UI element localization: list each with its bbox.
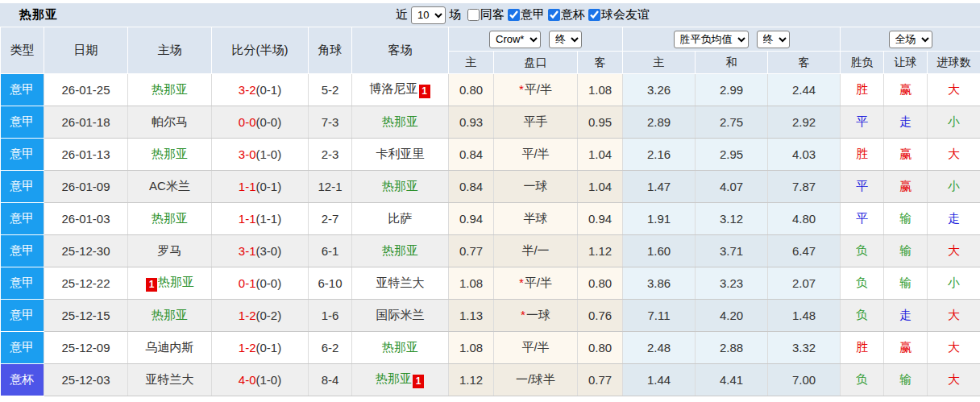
full-time-score: 4-0 [239, 373, 256, 387]
odds-company-select[interactable]: Crow* [489, 31, 541, 48]
odds-time-select[interactable]: 终 [549, 31, 582, 48]
odds-handicap: 平手 [494, 106, 578, 139]
checkbox-label-serie-a: 意甲 [521, 7, 545, 23]
match-row: 意甲26-01-03热那亚1-1(1-1)2-7比萨0.94半球0.941.91… [1, 203, 980, 235]
full-time-score: 1-2 [239, 341, 256, 354]
score-cell: 0-0(0-0) [212, 106, 309, 139]
result-goals: 大 [928, 332, 980, 364]
avg-home: 2.89 [623, 106, 696, 139]
full-time-score: 1-1 [239, 212, 256, 226]
away-team-cell: 热那亚 [352, 235, 449, 267]
avg-time-select[interactable]: 终 [757, 31, 790, 48]
home-team-cell: 热那亚 [128, 203, 212, 235]
table-header: 类型 日期 主场 比分(半场) 角球 客场 Crow* 终 [1, 27, 980, 74]
col-header-date: 日期 [44, 27, 128, 74]
result-wdl: 胜 [841, 332, 884, 364]
full-time-score: 3-0 [239, 147, 256, 161]
team-name: 热那亚 [152, 147, 188, 160]
odds-home: 1.12 [449, 364, 494, 396]
checkbox-same-away[interactable] [467, 9, 480, 21]
avg-away: 7.87 [768, 171, 841, 203]
avg-draw: 3.71 [696, 235, 768, 267]
team-title: 热那亚 [0, 7, 58, 23]
odds-handicap: *平/半 [494, 74, 578, 106]
half-time-score: (0-0) [256, 276, 282, 290]
match-date: 25-12-15 [44, 300, 128, 332]
home-team-cell: 罗马 [128, 235, 212, 267]
avg-home: 1.47 [623, 171, 696, 203]
avg-stat-select[interactable]: 胜平负均值 [674, 31, 749, 48]
filter-coppa-italia[interactable]: 意杯 [548, 7, 585, 23]
odds-away: 0.76 [578, 300, 623, 332]
handicap-text: 一球 [526, 308, 550, 321]
recent-suffix-label: 场 [449, 7, 461, 23]
checkbox-label-coppa-italia: 意杯 [561, 7, 585, 23]
result-goals: 小 [928, 106, 980, 139]
avg-draw: 4.41 [696, 364, 768, 396]
team-name: 热那亚 [152, 82, 188, 96]
avg-away: 3.32 [768, 332, 841, 364]
corner-cell: 5-2 [309, 74, 352, 106]
result-wdl: 负 [841, 364, 884, 396]
corner-cell: 1-6 [309, 300, 352, 332]
odds-home: 0.84 [449, 171, 494, 203]
team-name: 罗马 [158, 243, 182, 257]
col-header-type: 类型 [1, 27, 44, 74]
odds-away: 0.80 [578, 332, 623, 364]
table-footer: 近10场,胜3平3负4, 胜率:30% 赢率:40% 大:60% 单率:50% [1, 396, 980, 402]
avg-draw: 4.20 [696, 300, 768, 332]
subcol-avg-away: 客 [768, 52, 841, 74]
odds-home: 0.80 [449, 74, 494, 106]
match-history-panel: 热那亚 近 10 场 同客意甲意杯球会友谊 类型 日期 主场 比分(半场) 角球 [0, 0, 980, 402]
filter-serie-a[interactable]: 意甲 [508, 7, 545, 23]
home-team-cell: AC米兰 [128, 171, 212, 203]
league-badge: 意甲 [1, 235, 44, 267]
away-team-cell: 热那亚1 [352, 364, 449, 396]
checkbox-coppa-italia[interactable] [548, 9, 560, 21]
filter-same-away[interactable]: 同客 [467, 7, 505, 23]
score-cell: 1-2(0-1) [212, 332, 309, 364]
avg-draw: 3.23 [696, 267, 768, 300]
full-time-score: 1-1 [239, 180, 256, 193]
full-time-score: 0-0 [239, 115, 256, 129]
checkbox-serie-a[interactable] [508, 9, 520, 21]
away-team-cell: 热那亚 [352, 332, 449, 364]
match-row: 意甲25-12-221热那亚0-1(0-0)6-10亚特兰大1.08*平/半0.… [1, 267, 980, 300]
half-time-score: (0-2) [256, 309, 282, 322]
match-row: 意甲25-12-30罗马3-1(3-0)6-1热那亚0.77半/一1.121.6… [1, 235, 980, 267]
team-name: 帕尔马 [152, 114, 188, 128]
checkbox-club-friendly[interactable] [588, 9, 600, 21]
away-team-cell: 亚特兰大 [352, 267, 449, 300]
col-header-away: 客场 [352, 27, 449, 74]
handicap-text: 平/半 [525, 82, 552, 96]
match-row: 意杯25-12-03亚特兰大4-0(1-0)8-4热那亚11.12一/球半0.7… [1, 364, 980, 396]
filter-club-friendly[interactable]: 球会友谊 [588, 7, 650, 23]
score-cell: 0-1(0-0) [212, 267, 309, 300]
result-wdl: 平 [841, 171, 884, 203]
avg-draw: 4.07 [696, 171, 768, 203]
result-handicap: 赢 [884, 74, 928, 106]
odds-away: 0.94 [578, 203, 623, 235]
match-row: 意甲26-01-09AC米兰1-1(0-1)12-1热那亚0.84一球1.041… [1, 171, 980, 203]
subcol-result-handicap: 让球 [884, 52, 928, 74]
match-row: 意甲26-01-13热那亚3-0(1-0)2-3卡利亚里0.84平/半1.042… [1, 139, 980, 171]
odds-handicap: 一球 [494, 171, 578, 203]
handicap-text: 半/一 [521, 243, 549, 257]
handicap-text: 平/半 [521, 147, 549, 160]
recent-count-select[interactable]: 10 [411, 6, 446, 24]
summary-row: 近10场,胜3平3负4, 胜率:30% 赢率:40% 大:60% 单率:50% [1, 396, 980, 402]
match-row: 意甲26-01-25热那亚3-2(0-1)5-2博洛尼亚10.80*平/半1.0… [1, 74, 980, 106]
result-goals: 大 [928, 74, 980, 106]
team-name: 热那亚 [382, 340, 418, 354]
result-goals: 大 [928, 364, 980, 396]
team-name: 热那亚 [382, 179, 418, 193]
team-name: 热那亚 [158, 275, 194, 288]
match-row: 意甲25-12-15热那亚1-2(0-2)1-6国际米兰1.13*一球0.767… [1, 300, 980, 332]
team-name: 乌迪内斯 [146, 340, 194, 354]
avg-home: 2.16 [623, 139, 696, 171]
result-goals: 小 [928, 171, 980, 203]
team-name: 比萨 [388, 211, 413, 225]
league-badge: 意甲 [1, 74, 44, 106]
result-scope-select[interactable]: 全场 [889, 31, 932, 48]
score-cell: 3-1(3-0) [212, 235, 309, 267]
